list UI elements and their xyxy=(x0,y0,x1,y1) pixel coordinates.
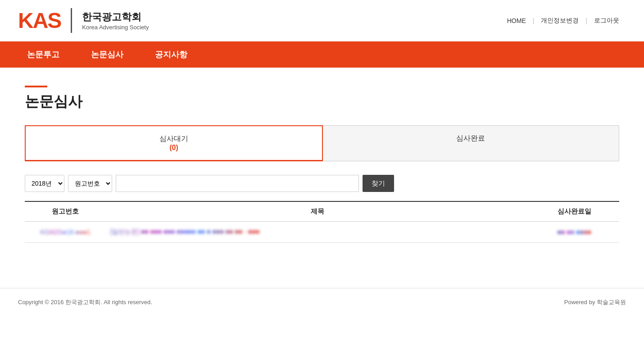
table-header-row: 원고번호 제목 심사완료일 xyxy=(25,201,619,222)
footer-powered-by: Powered by 학술교육원 xyxy=(564,298,626,306)
tab-completed-label: 심사완료 xyxy=(456,134,485,142)
table-row: KOADS●18-●●●1 [일반논문] ■■ ■■■ ■■■ ■■■■■ ■■… xyxy=(25,222,619,243)
tab-pending-label: 심사대기 xyxy=(159,135,188,142)
col-header-date: 심사완료일 xyxy=(529,201,619,222)
header-nav: HOME | 개인정보변경 | 로그아웃 xyxy=(500,17,626,25)
nav-review[interactable]: 논문심사 xyxy=(86,41,150,68)
nav-submission[interactable]: 논문투고 xyxy=(18,41,86,68)
row-date: ■■ ■■ ■■■■ xyxy=(529,222,619,243)
footer-copyright: Copyright © 2016 한국광고학회. All rights rese… xyxy=(18,298,152,306)
logo-korean: 한국광고학회 xyxy=(82,10,149,24)
nav-notice[interactable]: 공지사항 xyxy=(150,41,214,68)
col-header-id: 원고번호 xyxy=(25,201,106,222)
page-title: 논문심사 xyxy=(25,92,619,112)
row-id-text: KOADS●18-●●●1 xyxy=(41,228,91,236)
col-header-title: 제목 xyxy=(106,201,529,222)
tab-pending[interactable]: 심사대기 (0) xyxy=(25,125,323,161)
logo-english: Korea Advertising Society xyxy=(82,24,149,31)
search-area: 2018년 원고번호 찾기 xyxy=(25,175,619,192)
site-footer: Copyright © 2016 한국광고학회. All rights rese… xyxy=(0,288,644,316)
search-button[interactable]: 찾기 xyxy=(363,175,394,192)
site-header: KAS 한국광고학회 Korea Advertising Society HOM… xyxy=(0,0,644,41)
page-title-area: 논문심사 xyxy=(25,86,619,112)
page-title-bar xyxy=(25,86,47,87)
year-select[interactable]: 2018년 xyxy=(25,175,64,192)
row-date-text: ■■ ■■ ■■■■ xyxy=(557,228,591,236)
search-input[interactable] xyxy=(116,175,359,192)
tab-completed[interactable]: 심사완료 xyxy=(322,126,619,161)
nav-privacy-link[interactable]: 개인정보변경 xyxy=(534,17,585,25)
logo-area: KAS 한국광고학회 Korea Advertising Society xyxy=(18,8,149,33)
row-title[interactable]: [일반논문] ■■ ■■■ ■■■ ■■■■■ ■■ ■ ■■■ ■■ ■■ -… xyxy=(106,222,529,243)
logo-kas[interactable]: KAS xyxy=(18,10,61,32)
result-table: 원고번호 제목 심사완료일 KOADS●18-●●●1 [일반논문] ■■ ■■… xyxy=(25,201,619,243)
tab-container: 심사대기 (0) 심사완료 xyxy=(25,125,619,161)
tab-pending-count: (0) xyxy=(169,144,178,151)
main-navbar: 논문투고 논문심사 공지사항 xyxy=(0,41,644,68)
nav-home-link[interactable]: HOME xyxy=(500,17,533,24)
main-content: 논문심사 심사대기 (0) 심사완료 2018년 원고번호 찾기 원고번호 제목… xyxy=(11,68,633,270)
row-id: KOADS●18-●●●1 xyxy=(25,222,106,243)
field-select[interactable]: 원고번호 xyxy=(68,175,112,192)
nav-logout-link[interactable]: 로그아웃 xyxy=(587,17,626,25)
row-title-text: [일반논문] ■■ ■■■ ■■■ ■■■■■ ■■ ■ ■■■ ■■ ■■ -… xyxy=(110,228,259,235)
logo-divider xyxy=(71,8,72,33)
logo-text-block: 한국광고학회 Korea Advertising Society xyxy=(82,10,149,31)
